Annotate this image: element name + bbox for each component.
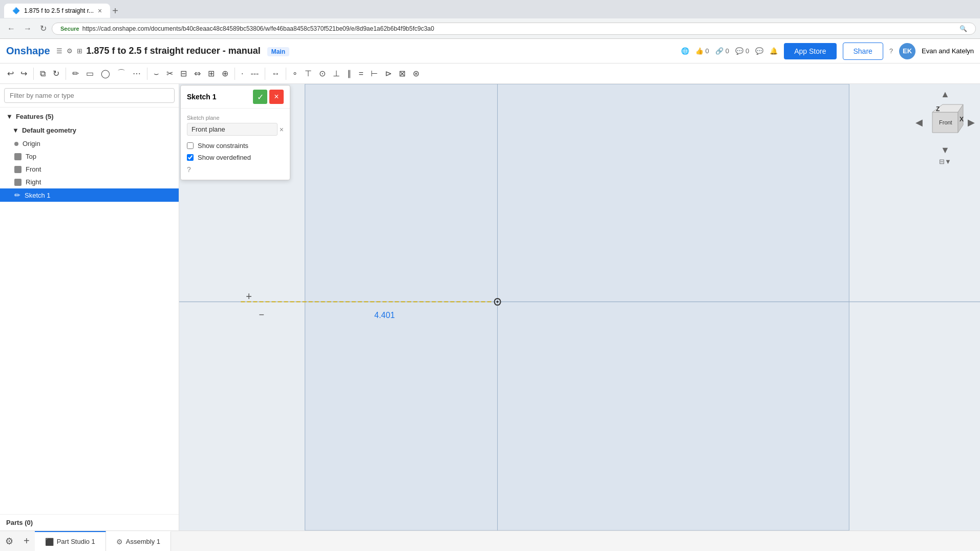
pierce-button[interactable]: ⊛: [410, 67, 422, 80]
bell-button[interactable]: 🔔: [770, 47, 778, 55]
right-item[interactable]: Right: [0, 176, 179, 188]
sketch-panel-title: Sketch 1: [187, 93, 217, 101]
show-overdefined-checkbox[interactable]: [187, 154, 194, 161]
refresh2-button[interactable]: ↻: [50, 67, 62, 80]
user-avatar[interactable]: EK: [899, 43, 915, 59]
hamburger-menu[interactable]: ☰: [56, 47, 62, 55]
rect-button[interactable]: ▭: [83, 67, 97, 80]
plane-clear-icon[interactable]: ×: [280, 125, 284, 134]
collapse-icon: ▼: [6, 113, 13, 120]
perpendicular-button[interactable]: ⊥: [330, 67, 343, 80]
feature-list: ▼ Features (5) ▼ Default geometry Origin…: [0, 108, 179, 514]
grid-button[interactable]: ⊞: [77, 47, 82, 55]
part-studio-tab[interactable]: ⬛ Part Studio 1: [35, 531, 106, 551]
dimension-button[interactable]: ↔: [268, 67, 283, 80]
like-icon: 👍: [695, 47, 704, 55]
parallel-icon: ∥: [347, 69, 351, 78]
top-plane-icon: [14, 153, 22, 160]
fillet-button[interactable]: ⌣: [151, 67, 162, 80]
symmetric-button[interactable]: ⊳: [382, 67, 395, 80]
nav-arrow-left[interactable]: ◀: [915, 117, 923, 128]
separator-3: [147, 68, 147, 80]
settings-button[interactable]: ⚙: [67, 47, 73, 55]
pencil-button[interactable]: ✏: [69, 67, 82, 80]
show-constraints-checkbox[interactable]: [187, 142, 194, 149]
link-button[interactable]: 🔗 0: [715, 47, 729, 55]
construction-button[interactable]: ---: [247, 67, 262, 80]
chat-button[interactable]: 💬: [755, 47, 763, 55]
assembly-tab[interactable]: ⚙ Assembly 1: [106, 531, 171, 551]
origin-item[interactable]: Origin: [0, 137, 179, 150]
fix-icon: ⊢: [371, 69, 378, 78]
svg-text:+: +: [246, 290, 252, 303]
undo-button[interactable]: ↩: [4, 67, 17, 80]
default-geometry-header[interactable]: ▼ Default geometry: [0, 123, 179, 137]
sketch-confirm-button[interactable]: ✓: [253, 90, 267, 104]
top-item[interactable]: Top: [0, 150, 179, 163]
more-icon: ⋯: [133, 69, 141, 78]
hamburger-icon: ☰: [56, 47, 62, 55]
globe-button[interactable]: 🌐: [681, 47, 689, 55]
default-geometry-label: Default geometry: [22, 126, 76, 134]
offset-button[interactable]: ⊟: [177, 67, 190, 80]
undo-redo-group: ↩ ↪: [4, 67, 30, 80]
show-overdefined-row: Show overdefined: [187, 154, 284, 161]
mirror-button[interactable]: ⇔: [191, 67, 204, 80]
app-store-button[interactable]: App Store: [784, 43, 836, 59]
arc-button[interactable]: ⌒: [114, 66, 129, 81]
parallel-button[interactable]: ∥: [344, 67, 354, 80]
svg-point-6: [497, 301, 499, 303]
canvas-area[interactable]: Front Sketch 1 ✓ × Sketch plane: [179, 84, 980, 531]
chat-icon: 💬: [755, 47, 763, 55]
like-button[interactable]: 👍 0: [695, 47, 709, 55]
address-bar[interactable]: Secure https://cad.onshape.com/documents…: [52, 23, 976, 35]
tangent-button[interactable]: ⊙: [316, 67, 329, 80]
coincident-icon: ∘: [292, 69, 297, 78]
sketch1-item[interactable]: ✏ Sketch 1: [0, 188, 179, 202]
more-button[interactable]: ⋯: [130, 67, 144, 80]
view-cube-menu-button[interactable]: ⊟▼: [939, 158, 951, 165]
tab-settings-button[interactable]: ⚙: [0, 531, 18, 551]
new-tab-button[interactable]: +: [112, 5, 118, 17]
equal-button[interactable]: =: [355, 67, 366, 80]
browser-tab[interactable]: 🔷 1.875 f to 2.5 f straight r... ×: [4, 4, 110, 18]
forward-button[interactable]: →: [20, 22, 35, 35]
hv-button[interactable]: ⊠: [396, 67, 409, 80]
coincident-button[interactable]: ∘: [289, 67, 301, 80]
back-button[interactable]: ←: [4, 22, 18, 35]
view-cube[interactable]: Z X Front: [925, 102, 966, 143]
refresh-button[interactable]: ↻: [37, 22, 50, 35]
grid-icon: ⊞: [77, 47, 82, 55]
pattern-button[interactable]: ⊞: [205, 67, 218, 80]
offset-icon: ⊟: [180, 69, 187, 78]
trim-button[interactable]: ✂: [163, 67, 176, 80]
search-input[interactable]: [4, 88, 175, 103]
nav-arrow-right[interactable]: ▶: [968, 117, 975, 128]
circle-button[interactable]: ◯: [98, 67, 113, 80]
redo-button[interactable]: ↪: [17, 67, 30, 80]
nav-arrow-up[interactable]: ▲: [941, 89, 950, 100]
front-plane-icon: [14, 166, 22, 173]
avatar-initials: EK: [903, 47, 912, 55]
comment-button[interactable]: 💬 0: [735, 47, 749, 55]
transform-button[interactable]: ⊕: [219, 67, 231, 80]
circle-icon: ◯: [101, 69, 110, 78]
canvas-svg[interactable]: + − 4.401: [179, 84, 980, 531]
copy-button[interactable]: ⧉: [37, 67, 49, 80]
sketch-plane-value[interactable]: Front plane: [187, 123, 278, 136]
features-section-header[interactable]: ▼ Features (5): [0, 110, 179, 123]
sketch-cancel-button[interactable]: ×: [269, 90, 284, 104]
point-button[interactable]: ·: [238, 67, 246, 80]
help-button[interactable]: ?: [889, 47, 893, 55]
pierce-icon: ⊛: [413, 69, 419, 78]
front-item[interactable]: Front: [0, 163, 179, 176]
tab-close-btn[interactable]: ×: [98, 7, 102, 15]
nav-arrow-down[interactable]: ▼: [941, 145, 950, 156]
help-icon[interactable]: ?: [187, 165, 191, 174]
fix-button[interactable]: ⊢: [368, 67, 381, 80]
svg-text:−: −: [259, 309, 264, 321]
tab-add-button[interactable]: +: [18, 531, 35, 551]
share-button[interactable]: Share: [843, 43, 883, 60]
midpoint-button[interactable]: ⊤: [302, 67, 315, 80]
origin-icon: [14, 142, 18, 146]
